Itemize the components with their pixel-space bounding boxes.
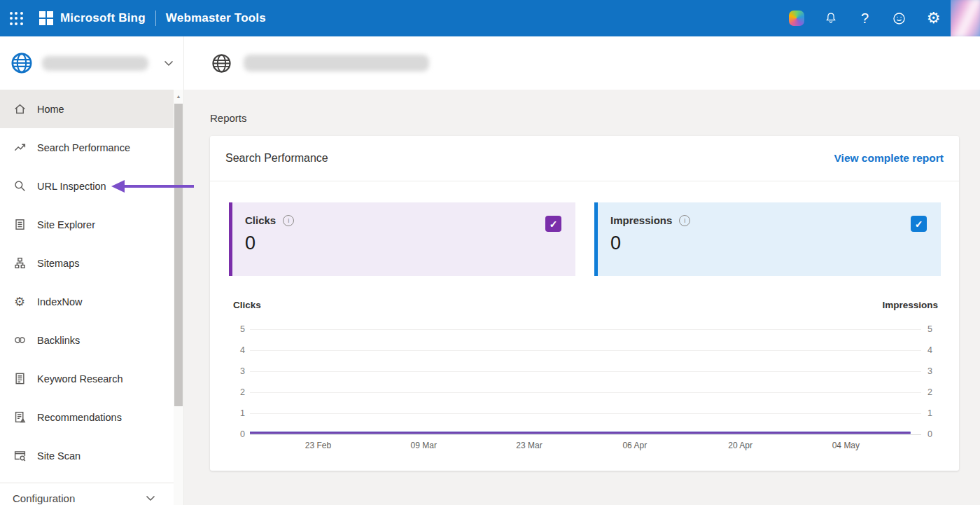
y-tick-label: 1 [240, 408, 245, 418]
copilot-blob [789, 11, 804, 26]
left-axis-title: Clicks [233, 300, 261, 310]
gridline [250, 434, 921, 435]
brand-title: Microsoft Bing [60, 11, 146, 25]
y-tick-label: 1 [927, 408, 932, 418]
chevron-down-icon [164, 60, 174, 67]
top-app-bar: Microsoft Bing Webmaster Tools ? ⚙ [0, 0, 980, 36]
metric-label: Clicks [245, 214, 276, 226]
y-tick-label: 0 [927, 429, 932, 439]
y-tick-label: 3 [240, 366, 245, 376]
site-url-redacted [244, 55, 429, 71]
sidebar-scrollbar[interactable]: ▲ [174, 90, 183, 505]
metric-checkbox[interactable]: ✓ [911, 216, 927, 232]
site-header [184, 36, 980, 90]
reports-heading: Reports [210, 112, 980, 124]
metric-label-row: Clicks i [245, 214, 575, 226]
waffle-grid [10, 12, 23, 25]
help-icon[interactable]: ? [848, 0, 882, 36]
help-glyph: ? [861, 11, 869, 27]
sidebar-item-label: Backlinks [37, 335, 80, 346]
y-tick-label: 5 [927, 324, 932, 334]
x-tick-label: 23 Feb [305, 441, 331, 450]
sidebar-item-label: Site Scan [37, 450, 80, 462]
sidebar-item-url-inspection[interactable]: URL Inspection [0, 167, 183, 205]
info-icon[interactable]: i [283, 215, 294, 226]
y-axis-right: 543210 [921, 329, 938, 434]
gear-icon: ⚙ [13, 295, 27, 309]
info-icon[interactable]: i [679, 215, 690, 226]
sidebar-item-label: Sitemaps [37, 258, 79, 269]
search-icon [13, 179, 27, 193]
site-selector[interactable] [0, 36, 183, 90]
chart-section: Clicks Impressions 543210 543210 23 Feb0… [233, 300, 938, 453]
sidebar-item-recommendations[interactable]: Recommendations [0, 398, 183, 436]
sidebar-item-label: Site Explorer [37, 219, 95, 230]
chart-axis-titles: Clicks Impressions [233, 300, 938, 310]
sidebar-item-label: URL Inspection [37, 181, 106, 192]
sidebar-item-search-performance[interactable]: Search Performance [0, 128, 183, 167]
avatar-blur [951, 0, 980, 36]
sidebar: Home Search Performance URL Inspection S… [0, 36, 184, 505]
gear-glyph: ⚙ [14, 296, 25, 308]
account-avatar[interactable] [951, 0, 980, 36]
right-axis-title: Impressions [882, 300, 938, 310]
y-tick-label: 2 [240, 387, 245, 397]
globe-icon [211, 53, 232, 74]
sidebar-item-label: Recommendations [37, 412, 122, 423]
document-icon [13, 372, 27, 386]
card-header: Search Performance View complete report [210, 136, 959, 181]
product-title: Webmaster Tools [166, 11, 266, 25]
apps-launcher-icon[interactable] [0, 0, 32, 36]
chart-line-svg [250, 329, 921, 434]
notifications-bell-icon[interactable] [813, 0, 848, 36]
sidebar-item-indexnow[interactable]: ⚙ IndexNow [0, 282, 183, 321]
search-performance-card: Search Performance View complete report … [210, 136, 959, 471]
sidebar-item-label: Keyword Research [37, 373, 123, 385]
x-axis: 23 Feb09 Mar23 Mar06 Apr20 Apr04 May [250, 441, 918, 453]
copilot-icon[interactable] [779, 0, 813, 36]
chart-plot [250, 329, 921, 434]
x-tick-label: 09 Mar [411, 441, 437, 450]
y-tick-label: 2 [927, 387, 932, 397]
metric-value: 0 [245, 233, 575, 254]
gear-glyph: ⚙ [927, 11, 941, 26]
metric-checkbox[interactable]: ✓ [545, 216, 561, 232]
chevron-down-icon [146, 495, 155, 501]
metric-tiles: Clicks i 0 ✓ Impressions i 0 ✓ [229, 202, 941, 276]
settings-gear-icon[interactable]: ⚙ [916, 0, 951, 36]
sidebar-item-keyword-research[interactable]: Keyword Research [0, 359, 183, 398]
sidebar-item-site-explorer[interactable]: Site Explorer [0, 205, 183, 244]
sidebar-item-site-scan[interactable]: Site Scan [0, 436, 183, 475]
sidebar-item-configuration[interactable]: Configuration [0, 483, 183, 505]
sidebar-item-backlinks[interactable]: Backlinks [0, 321, 183, 359]
view-complete-report-link[interactable]: View complete report [834, 152, 944, 165]
y-tick-label: 5 [240, 324, 245, 334]
topbar-divider [155, 11, 156, 26]
x-tick-label: 06 Apr [622, 441, 647, 450]
recommendations-icon [13, 410, 27, 424]
metric-tile[interactable]: Clicks i 0 ✓ [229, 202, 575, 276]
metric-label: Impressions [610, 214, 672, 226]
x-tick-label: 23 Mar [516, 441, 542, 450]
main-content: Reports Search Performance View complete… [184, 90, 980, 505]
site-name-redacted [42, 56, 148, 71]
sidebar-item-label: IndexNow [37, 296, 82, 307]
scrollbar-up-arrow[interactable]: ▲ [174, 90, 183, 102]
home-icon [13, 102, 27, 116]
topbar-actions: ? ⚙ [779, 0, 980, 36]
y-tick-label: 3 [927, 366, 932, 376]
scrollbar-thumb[interactable] [174, 104, 183, 406]
metric-label-row: Impressions i [610, 214, 941, 226]
sidebar-item-home[interactable]: Home [0, 90, 183, 128]
feedback-smiley-icon[interactable] [882, 0, 916, 36]
microsoft-logo-icon [39, 11, 53, 25]
sidebar-item-sitemaps[interactable]: Sitemaps [0, 244, 183, 282]
x-tick-label: 04 May [832, 441, 860, 450]
site-explorer-icon [13, 218, 27, 232]
globe-icon [10, 51, 34, 75]
y-tick-label: 0 [240, 429, 245, 439]
metric-value: 0 [610, 233, 941, 254]
y-tick-label: 4 [240, 345, 245, 355]
metric-tile[interactable]: Impressions i 0 ✓ [594, 202, 941, 276]
site-scan-icon [13, 449, 27, 463]
